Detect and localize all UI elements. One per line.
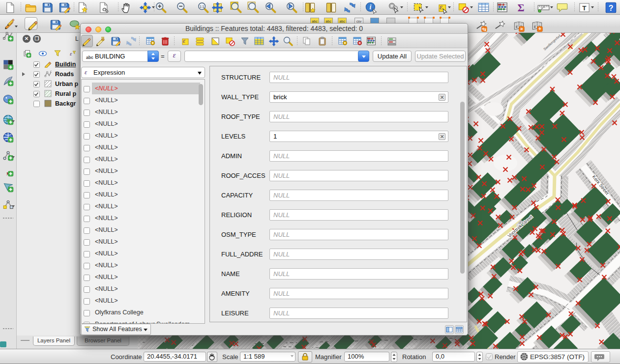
svg-text:T: T	[582, 4, 587, 12]
svg-text:»: »	[520, 26, 523, 31]
svg-text:⥃: ⥃	[482, 26, 487, 31]
svg-text:i: i	[369, 3, 371, 11]
svg-text:ε: ε	[183, 37, 186, 44]
svg-text:+: +	[538, 26, 541, 31]
svg-text:1:1: 1:1	[200, 5, 205, 8]
svg-text:Σ: Σ	[517, 2, 524, 14]
svg-text:ε: ε	[70, 51, 72, 56]
svg-text:ε: ε	[440, 3, 443, 11]
svg-text:?: ?	[609, 4, 614, 12]
